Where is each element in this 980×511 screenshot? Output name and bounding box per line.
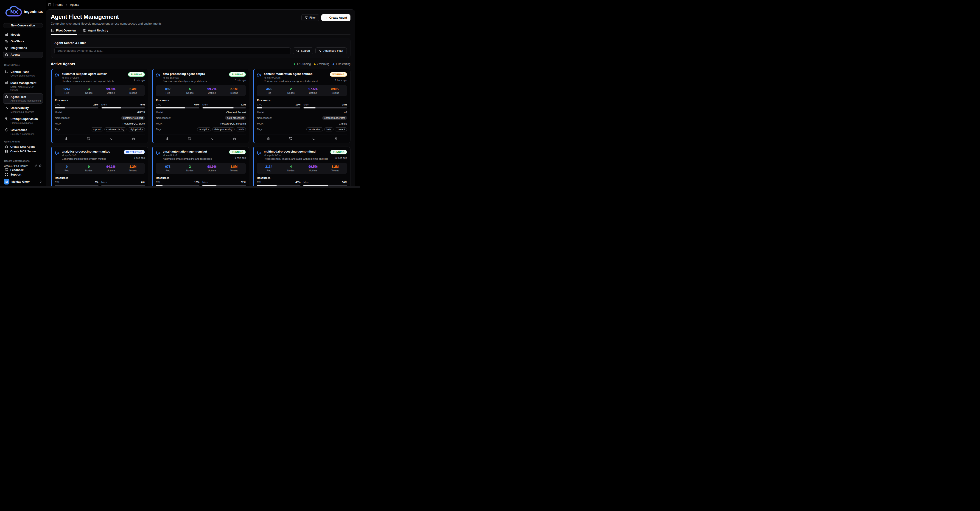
resources-label: Resources (55, 176, 145, 179)
cpu-percent: 23% (94, 103, 99, 106)
sidebar-item-integrations[interactable]: Integrations (3, 45, 43, 51)
cpu-percent: 45% (295, 181, 301, 184)
status-badge: RUNNING (229, 72, 246, 77)
breadcrumb-home[interactable]: Home (56, 3, 63, 6)
sidebar-item-control-plane[interactable]: Control PlaneControl plane overview (3, 68, 43, 78)
cpu-percent: 12% (295, 103, 301, 106)
window-bottom-edge (0, 186, 360, 188)
agent-id: id: csa-7×9k2m (62, 76, 126, 79)
mem-percent: 32% (241, 181, 246, 184)
sidebar-item-prompt-supervision[interactable]: Prompt SupervisionPrompts governance (3, 115, 43, 126)
agent-settings-button[interactable] (257, 136, 279, 141)
agent-settings-button[interactable] (156, 136, 178, 141)
agent-id: id: ea-4k9m2x (163, 154, 227, 157)
cpu-percent: 15% (194, 181, 199, 184)
breadcrumb-current: Agents (70, 3, 79, 6)
rotate-ccw-icon (188, 137, 191, 140)
agent-search-card: Agent Search & Filter Search Advanced Fi… (51, 38, 350, 58)
funnel-icon (305, 16, 308, 19)
agent-delete-button[interactable] (223, 136, 246, 141)
agent-card: email-automation-agent-emlaut id: ea-4k9… (152, 147, 249, 188)
brain-circuit-icon (257, 150, 261, 155)
agent-description: Generates insights from system metrics (62, 157, 121, 160)
search-button[interactable]: Search (293, 47, 313, 54)
agent-terminal-button[interactable] (302, 136, 325, 141)
sidebar-item-support[interactable]: Support (3, 172, 43, 177)
tokens-value: 1.2M (122, 165, 144, 168)
stats-strip: 678Req 2Nodes 98.9%Uptime 1.8MTokens (156, 163, 246, 174)
database-icon (5, 150, 8, 153)
sidebar-item-oneshots[interactable]: OneShots (3, 38, 43, 45)
agent-name: content-moderation-agent-cntmod (264, 72, 328, 76)
sidebar-item-create-new-agent[interactable]: Create New Agent (3, 145, 43, 149)
status-badge: WARNING (330, 72, 347, 77)
edit-conversation-icon[interactable] (34, 164, 37, 167)
legend-item: 2 Warning (314, 62, 329, 66)
req-value: 1247 (56, 87, 78, 91)
sidebar-item-feedback[interactable]: Feedback (3, 168, 43, 172)
trash-icon (233, 137, 236, 140)
chart-column-icon (5, 70, 8, 73)
agent-terminal-button[interactable] (100, 136, 123, 141)
sidebar-item-governance[interactable]: GovernanceSecurity & compliance (3, 126, 43, 137)
sidebar: ingenimax New Conversation Models OneSho… (0, 0, 46, 188)
mem-percent: 0% (141, 181, 145, 184)
mem-bar-fill (202, 107, 234, 109)
last-updated: 1 min ago (235, 156, 246, 159)
sidebar-item-stack-management[interactable]: Stack ManagementStack, models & MCP serv… (3, 79, 43, 93)
tokens-value: 5.1M (223, 87, 245, 91)
mem-bar (304, 107, 347, 109)
delete-conversation-icon[interactable] (39, 164, 42, 167)
nodes-value: 2 (280, 87, 302, 91)
agent-fleet-page: ingenimax New Conversation Models OneSho… (0, 0, 360, 188)
agent-name: data-processing-agent-datprc (163, 72, 227, 76)
page-subtitle: Comprehensive agent lifecycle management… (51, 22, 162, 25)
legend-dot (294, 64, 295, 65)
agent-restart-button[interactable] (178, 136, 201, 141)
brain-circuit-icon (55, 73, 59, 77)
create-agent-button[interactable]: Create Agent (321, 14, 350, 21)
blocks-icon (5, 33, 8, 37)
tag-pill: batch (236, 127, 246, 131)
agent-name: email-automation-agent-emlaut (163, 150, 227, 153)
legend-item: 1 Restarting (332, 62, 350, 66)
sidebar-item-agent-fleet[interactable]: Agent FleetAgent lifecycle management (3, 93, 43, 104)
agent-delete-button[interactable] (325, 136, 347, 141)
agent-card: content-moderation-agent-cntmod id: cm-9… (253, 69, 350, 143)
agent-card: data-processing-agent-datprc id: dp-3k8m… (152, 69, 249, 143)
tab-agent-registry[interactable]: Agent Registry (83, 29, 109, 35)
new-conversation-button[interactable]: New Conversation (3, 23, 43, 28)
tab-fleet-overview[interactable]: Fleet Overview (51, 29, 76, 35)
agent-restart-button[interactable] (280, 136, 302, 141)
filter-button[interactable]: Filter (301, 14, 319, 21)
sidebar-item-create-mcp-server[interactable]: Create MCP Server (3, 149, 43, 153)
main-area: Home Agents Agent Fleet Management Compr… (46, 0, 360, 188)
agent-description: Handles customer inquiries and support t… (62, 80, 126, 83)
search-input[interactable] (54, 47, 291, 54)
advanced-filter-button[interactable]: Advanced Filter (315, 47, 347, 54)
resources-label: Resources (257, 99, 347, 102)
shield-icon (5, 128, 8, 132)
agent-delete-button[interactable] (123, 136, 145, 141)
mcp-value: PostgreSQL, Slack (123, 122, 145, 125)
terminal-icon (210, 137, 214, 140)
sidebar-item-observability[interactable]: ObservabilityMonitoring & analytics (3, 104, 43, 115)
mem-bar-fill (304, 107, 316, 109)
sidebar-item-models[interactable]: Models (3, 32, 43, 38)
tokens-value: 890K (324, 87, 346, 91)
user-menu[interactable]: M Meidad Glory (3, 179, 43, 185)
agent-settings-button[interactable] (55, 136, 77, 141)
recent-conversation-item[interactable]: ArgoCD Pod Inquiry (3, 164, 43, 168)
agent-terminal-button[interactable] (201, 136, 223, 141)
tag-pill: beta (324, 127, 333, 131)
gear-icon (165, 137, 169, 140)
mem-bar-fill (102, 107, 121, 109)
sidebar-item-label: Models (11, 33, 21, 36)
last-updated: 1 hour ago (335, 79, 347, 81)
tag-pill: support (91, 127, 103, 131)
sidebar-toggle-icon[interactable] (48, 3, 51, 6)
namespace-pill: data-processor (225, 116, 246, 120)
sidebar-item-agents[interactable]: Agents (3, 52, 43, 58)
book-open-icon (83, 29, 86, 32)
agent-restart-button[interactable] (77, 136, 100, 141)
